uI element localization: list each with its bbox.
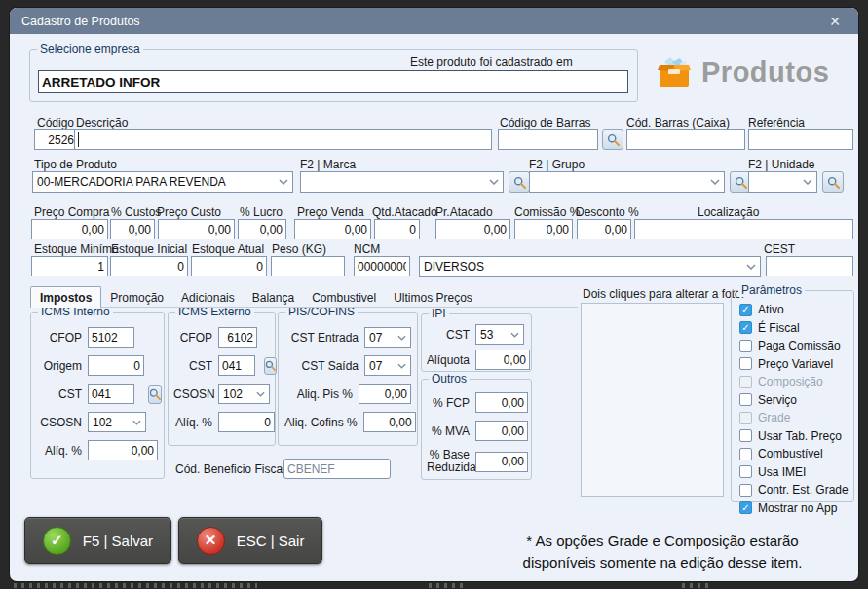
chevron-down-icon: [510, 332, 519, 338]
tab-strip: ImpostosPromoçãoAdicionaisBalançaCombust…: [30, 286, 481, 308]
cest-input[interactable]: [766, 256, 853, 276]
pr-atacado-input[interactable]: [435, 219, 510, 239]
descricao-label: Descrição: [76, 116, 128, 129]
grade-composicao-note: * As opções Grade e Composição estarão d…: [502, 531, 823, 573]
codigo-barras-caixa-input[interactable]: [626, 129, 745, 150]
aliq-pis-input[interactable]: [359, 384, 411, 404]
checkbox-usar-tab-pre-o[interactable]: [739, 429, 752, 442]
custos-input[interactable]: [110, 219, 155, 239]
grupo-select[interactable]: [529, 171, 725, 193]
cst-saida-select[interactable]: 07: [364, 355, 411, 376]
cst-saida-value: 07: [369, 359, 382, 373]
tab-ultimos-pre-os[interactable]: Ultimos Preços: [385, 287, 481, 308]
csosn-interno-select[interactable]: 102: [88, 412, 146, 432]
marca-select[interactable]: [300, 171, 504, 193]
cfop-externo-input[interactable]: [218, 327, 257, 348]
preco-compra-input[interactable]: [31, 219, 108, 239]
checkbox-mostrar-no-app[interactable]: ✓: [739, 501, 752, 514]
window-title: Cadastro de Produtos: [21, 15, 140, 28]
outros-legend: Outros: [429, 372, 470, 386]
tab-impostos[interactable]: Impostos: [30, 286, 101, 308]
beneficio-fiscal-label: Cód. Beneficio Fiscal: [175, 462, 285, 476]
ncm-input[interactable]: [354, 256, 410, 276]
note-line-2: disponíveis somente na edição desse item…: [502, 552, 823, 573]
codigo-barras-input[interactable]: [498, 129, 598, 150]
estoque-minimo-input[interactable]: [31, 256, 108, 276]
search-barras-button[interactable]: [602, 129, 623, 150]
checkbox-paga-comiss-o[interactable]: [739, 340, 752, 352]
checkbox-fiscal[interactable]: ✓: [739, 321, 752, 334]
search-unidade-button[interactable]: [822, 171, 844, 193]
localizacao-input[interactable]: [634, 219, 853, 239]
referencia-label: Referência: [748, 116, 805, 129]
search-icon: [827, 176, 840, 189]
ipi-aliquota-input[interactable]: [475, 350, 530, 370]
checkbox-contr-est-grade[interactable]: [739, 484, 752, 497]
codigo-input[interactable]: [34, 129, 78, 150]
search-marca-button[interactable]: [509, 171, 530, 193]
salvar-button[interactable]: ✓ F5 | Salvar: [24, 517, 171, 564]
comissao-input[interactable]: [514, 219, 573, 239]
search-cst-externo-button[interactable]: [264, 357, 277, 375]
peso-input[interactable]: [271, 256, 345, 276]
checkbox-label: Usar Tab. Preço: [758, 429, 842, 443]
chevron-down-icon: [132, 420, 141, 425]
param-row-pre-o-variavel: Preço Variavel: [739, 357, 853, 371]
sair-button[interactable]: ✕ ESC | Sair: [178, 517, 322, 564]
mva-input[interactable]: [475, 421, 528, 441]
title-bar: Cadastro de Produtos ✕: [10, 8, 858, 34]
localizacao-label: Localização: [698, 205, 759, 219]
search-icon: [513, 176, 526, 189]
marca-label: F2 | Marca: [300, 158, 356, 171]
fcp-input[interactable]: [475, 392, 528, 413]
checkbox-combust-vel[interactable]: [739, 448, 752, 460]
search-cst-interno-button[interactable]: [148, 385, 162, 404]
unidade-select[interactable]: [748, 171, 817, 193]
referencia-input[interactable]: [748, 129, 853, 150]
checkbox-ativo[interactable]: ✓: [739, 304, 752, 316]
csosn-externo-select[interactable]: 102: [218, 384, 270, 404]
preco-custo-input[interactable]: [158, 219, 235, 239]
foto-box[interactable]: [581, 303, 724, 497]
checkbox-label: Combustível: [758, 447, 823, 460]
cst-interno-input[interactable]: [88, 384, 134, 404]
aliq-externo-input[interactable]: [218, 412, 275, 432]
base-reduzida-input[interactable]: [475, 452, 528, 472]
icms-interno-groupbox: ICMS Interno CFOP Origem CST CSOSN 102: [30, 312, 165, 479]
estoque-inicial-label: Estoque Inicial: [111, 242, 187, 256]
preco-venda-input[interactable]: [294, 219, 371, 239]
comissao-label: Comissão %: [514, 205, 580, 219]
close-icon[interactable]: ✕: [823, 14, 847, 29]
estoque-inicial-input[interactable]: [110, 256, 188, 276]
cadastrado-em-label: Este produto foi cadastrado em: [410, 55, 573, 69]
descricao-input[interactable]: [74, 129, 492, 150]
ipi-cst-select[interactable]: 53: [475, 324, 524, 345]
tipo-produto-select[interactable]: 00-MERCADORIA PARA REVENDA: [32, 171, 293, 193]
aliq-cofins-input[interactable]: [363, 412, 416, 432]
lucro-input[interactable]: [238, 219, 286, 239]
checkbox-servi-o[interactable]: [739, 393, 752, 406]
estoque-atual-input[interactable]: [191, 256, 267, 276]
empresa-input[interactable]: [38, 70, 628, 93]
chevron-down-icon: [803, 179, 812, 185]
checkbox-usa-imei[interactable]: [739, 465, 752, 478]
origem-input[interactable]: [88, 355, 144, 376]
cst-externo-input[interactable]: [218, 355, 255, 376]
ncm-descricao-value: DIVERSOS: [424, 260, 484, 274]
aliq-interno-input[interactable]: [88, 440, 158, 460]
chevron-down-icon: [397, 363, 406, 369]
aliq-interno-label: Alíq. %: [37, 444, 82, 458]
ncm-descricao-select[interactable]: DIVERSOS: [419, 256, 761, 277]
cfop-interno-input[interactable]: [88, 327, 134, 348]
qtd-atacado-input[interactable]: [374, 219, 420, 239]
grupo-label: F2 | Grupo: [529, 158, 585, 171]
tipo-produto-label: Tipo de Produto: [34, 158, 117, 171]
cst-entrada-label: CST Entrada: [284, 331, 359, 345]
ipi-cst-value: 53: [480, 328, 493, 342]
estoque-atual-label: Estoque Atual: [192, 242, 264, 256]
preco-compra-label: Preço Compra: [34, 205, 109, 219]
cst-entrada-select[interactable]: 07: [364, 327, 411, 348]
checkbox-pre-o-variavel[interactable]: [739, 357, 752, 370]
desconto-input[interactable]: [577, 219, 631, 239]
beneficio-fiscal-input[interactable]: [283, 459, 391, 479]
